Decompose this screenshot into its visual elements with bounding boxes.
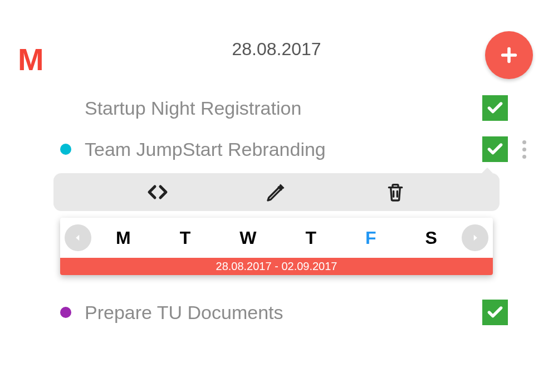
week-picker: M T W T F S 28.08.2017 - 02.09.2017: [60, 218, 493, 275]
dot-icon: [522, 140, 526, 144]
task-checkbox[interactable]: [482, 300, 508, 325]
dot-icon: [522, 155, 526, 159]
delete-button[interactable]: [384, 181, 407, 203]
plus-icon: [500, 46, 518, 65]
day-label-active[interactable]: F: [365, 228, 376, 248]
code-icon: [146, 181, 169, 203]
more-menu-button[interactable]: [518, 137, 531, 162]
week-days-row: M T W T F S: [60, 218, 493, 258]
category-dot: [60, 307, 71, 318]
trash-icon: [384, 181, 407, 203]
category-dot: [60, 144, 71, 155]
task-title: Prepare TU Documents: [85, 302, 482, 324]
chevron-left-icon: [73, 233, 83, 243]
app-logo: M: [18, 41, 43, 77]
page-date: 28.08.2017: [22, 39, 531, 60]
day-label[interactable]: M: [116, 228, 131, 248]
task-checkbox[interactable]: [482, 136, 508, 162]
pencil-icon: [265, 181, 287, 203]
day-label[interactable]: T: [180, 228, 191, 248]
task-row[interactable]: Startup Night Registration: [0, 87, 553, 129]
check-icon: [486, 99, 504, 117]
check-icon: [486, 140, 504, 158]
chevron-right-icon: [470, 233, 480, 243]
day-label[interactable]: W: [239, 228, 256, 248]
task-toolbar: [53, 173, 500, 211]
move-button[interactable]: [146, 181, 169, 203]
date-range-bar: 28.08.2017 - 02.09.2017: [60, 258, 493, 275]
add-button[interactable]: [485, 31, 533, 79]
next-week-button[interactable]: [462, 224, 488, 251]
task-title: Team JumpStart Rebranding: [85, 139, 482, 160]
task-checkbox[interactable]: [482, 95, 508, 121]
task-title: Startup Night Registration: [85, 97, 482, 119]
task-list: Startup Night Registration Team JumpStar…: [0, 82, 553, 333]
check-icon: [486, 303, 504, 321]
dot-icon: [522, 148, 526, 151]
day-label[interactable]: S: [425, 228, 437, 248]
task-row[interactable]: Team JumpStart Rebranding: [0, 129, 553, 170]
days-container: M T W T F S: [91, 228, 462, 248]
edit-button[interactable]: [265, 181, 287, 203]
prev-week-button[interactable]: [65, 224, 91, 251]
task-row[interactable]: Prepare TU Documents: [0, 292, 553, 333]
day-label[interactable]: T: [305, 228, 316, 248]
header: M 28.08.2017: [0, 0, 553, 82]
